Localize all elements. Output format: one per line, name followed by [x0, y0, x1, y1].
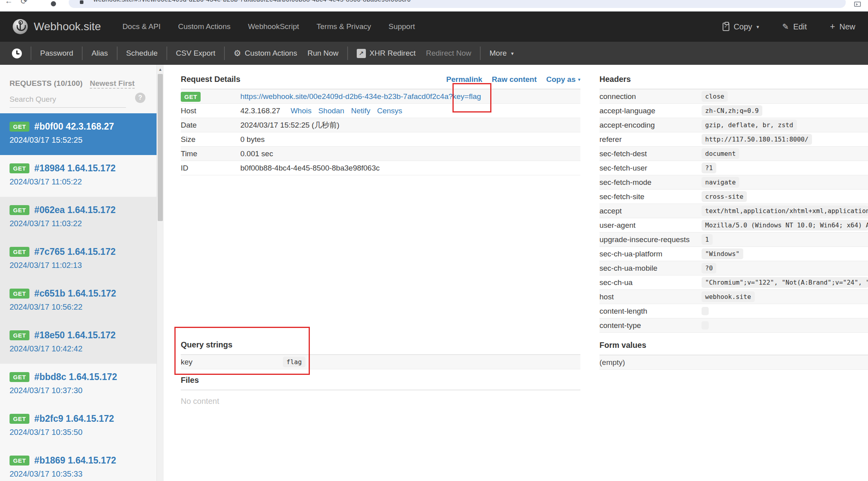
- plus-icon: +: [830, 21, 835, 32]
- query-key: key: [181, 358, 283, 367]
- navbar-links: Docs & APICustom ActionsWebhookScriptTer…: [122, 22, 415, 31]
- navbar-link[interactable]: Support: [389, 22, 415, 31]
- send-to-device-icon[interactable]: [854, 2, 861, 7]
- scrollbar-up-icon[interactable]: ▲: [157, 65, 164, 72]
- redirect-now-button[interactable]: Redirect Now: [426, 49, 471, 58]
- header-row: sec-fetch-dest document: [599, 147, 868, 161]
- method-badge: GET: [10, 122, 29, 132]
- toolbar-separator: [166, 47, 167, 60]
- permalink-link[interactable]: Permalink: [446, 75, 482, 84]
- host-label: Host: [181, 107, 240, 115]
- host-lookup-link[interactable]: Whois: [290, 107, 311, 115]
- run-now-button[interactable]: Run Now: [307, 49, 338, 58]
- sort-order-link[interactable]: Newest First: [90, 79, 135, 89]
- navbar-link[interactable]: WebhookScript: [248, 22, 299, 31]
- header-name: connection: [599, 92, 702, 101]
- header-value: zh-CN,zh;q=0.9: [702, 105, 762, 116]
- method-badge: GET: [181, 92, 201, 102]
- header-row: sec-ch-ua-mobile ?0: [599, 261, 868, 275]
- schedule-button[interactable]: Schedule: [126, 49, 158, 58]
- address-bar-url[interactable]: webhook.site/#!/view/00e2409d-d2b6-434e-…: [93, 0, 411, 3]
- request-date: 2024/03/17 11:02:13: [10, 261, 157, 270]
- request-list-item[interactable]: GET #18e50 1.64.15.172 2024/03/17 10:42:…: [0, 322, 157, 364]
- brand-link[interactable]: Webhook.site: [13, 19, 101, 34]
- form-values-empty-row: (empty): [599, 355, 868, 370]
- scrollbar-thumb[interactable]: [158, 74, 163, 221]
- host-value: 42.3.168.27: [240, 107, 280, 115]
- method-badge: GET: [10, 205, 29, 215]
- host-lookup-link[interactable]: Netify: [351, 107, 371, 115]
- brand-name: Webhook.site: [34, 20, 101, 33]
- edit-button[interactable]: ✎ Edit: [782, 22, 807, 31]
- header-value: [702, 321, 709, 330]
- sidebar-scrollbar[interactable]: ▲: [157, 65, 164, 481]
- header-value: close: [702, 91, 728, 102]
- form-values-section: Form values (empty): [599, 341, 868, 370]
- header-row: referer http://117.50.180.151:8000/: [599, 132, 868, 147]
- site-info-icon[interactable]: [80, 0, 83, 4]
- header-value: 1: [702, 234, 713, 245]
- request-list-item[interactable]: GET #7c765 1.64.15.172 2024/03/17 11:02:…: [0, 239, 157, 280]
- search-input[interactable]: [10, 94, 126, 108]
- query-strings-table: key flag: [181, 355, 580, 369]
- request-date: 2024/03/17 11:05:22: [10, 177, 157, 186]
- extension-icon[interactable]: [51, 1, 56, 6]
- header-value: ?0: [702, 263, 716, 273]
- query-string-row: key flag: [181, 355, 580, 369]
- header-row: sec-fetch-mode navigate: [599, 175, 868, 190]
- header-row: accept-encoding gzip, deflate, br, zstd: [599, 118, 868, 132]
- more-button[interactable]: More ▾: [489, 49, 514, 58]
- request-list-item[interactable]: GET #b2fc9 1.64.15.172 2024/03/17 10:35:…: [0, 405, 157, 447]
- request-list-item[interactable]: GET #b1869 1.64.15.172 2024/03/17 10:35:…: [0, 447, 157, 481]
- query-strings-section: Query strings key flag: [181, 340, 580, 369]
- header-value: webhook.site: [702, 291, 755, 302]
- method-badge: GET: [10, 247, 29, 257]
- date-label: Date: [181, 121, 240, 130]
- request-list-item[interactable]: GET #18984 1.64.15.172 2024/03/17 11:05:…: [0, 155, 157, 197]
- reload-icon[interactable]: ⟳: [21, 0, 27, 6]
- host-lookup-links: WhoisShodanNetifyCensys: [290, 107, 402, 115]
- clock-icon[interactable]: [12, 48, 22, 58]
- webhook-logo-icon: [13, 19, 28, 34]
- request-list-item[interactable]: GET #062ea 1.64.15.172 2024/03/17 11:03:…: [0, 197, 157, 239]
- form-values-title: Form values: [599, 341, 868, 355]
- detail-row-url: GET https://webhook.site/00e2409d-d2b6-4…: [181, 89, 580, 104]
- header-name: content-type: [599, 321, 702, 330]
- header-value: ?1: [702, 163, 716, 173]
- caret-down-icon: ▾: [578, 77, 580, 82]
- requests-count-title: REQUESTS (10/100): [10, 79, 83, 88]
- new-button[interactable]: + New: [830, 21, 855, 32]
- address-bar[interactable]: webhook.site/#!/view/00e2409d-d2b6-434e-…: [69, 0, 846, 8]
- password-button[interactable]: Password: [40, 49, 73, 58]
- request-list-item[interactable]: GET #c651b 1.64.15.172 2024/03/17 10:56:…: [0, 280, 157, 322]
- alias-button[interactable]: Alias: [91, 49, 108, 58]
- detail-row-date: Date 2024/03/17 15:52:25 (几秒前): [181, 118, 580, 132]
- external-arrow-icon: ↗: [357, 49, 366, 58]
- request-list-item[interactable]: GET #bbd8c 1.64.15.172 2024/03/17 10:37:…: [0, 364, 157, 405]
- header-name: content-length: [599, 307, 702, 316]
- host-lookup-link[interactable]: Censys: [377, 107, 402, 115]
- pencil-icon: ✎: [782, 22, 789, 31]
- header-row: host webhook.site: [599, 290, 868, 304]
- back-icon[interactable]: ←: [5, 0, 13, 6]
- request-id-ip: #b2fc9 1.64.15.172: [34, 413, 114, 424]
- request-details-pane: Request Details Permalink Raw content Co…: [181, 76, 580, 481]
- csv-export-button[interactable]: CSV Export: [176, 49, 215, 58]
- request-list-item[interactable]: GET #b0f00 42.3.168.27 2024/03/17 15:52:…: [0, 113, 157, 155]
- request-list: GET #b0f00 42.3.168.27 2024/03/17 15:52:…: [0, 113, 157, 481]
- xhr-redirect-button[interactable]: ↗ XHR Redirect: [357, 49, 416, 58]
- header-row: connection close: [599, 89, 868, 104]
- navbar-link[interactable]: Docs & API: [122, 22, 160, 31]
- header-value: cross-site: [702, 191, 747, 202]
- navbar-link[interactable]: Terms & Privacy: [317, 22, 371, 31]
- copy-as-link[interactable]: Copy as ▾: [546, 75, 580, 84]
- request-url-link[interactable]: https://webhook.site/00e2409d-d2b6-434e-…: [240, 92, 481, 101]
- custom-actions-button[interactable]: ⚙ Custom Actions: [234, 48, 297, 58]
- navbar-link[interactable]: Custom Actions: [178, 22, 230, 31]
- header-row: content-length: [599, 304, 868, 318]
- search-help-icon[interactable]: ?: [135, 93, 145, 103]
- host-lookup-link[interactable]: Shodan: [318, 107, 344, 115]
- copy-button[interactable]: ✓ Copy ▾: [723, 22, 759, 31]
- top-navbar: Webhook.site Docs & APICustom ActionsWeb…: [0, 12, 868, 42]
- raw-content-link[interactable]: Raw content: [492, 75, 537, 84]
